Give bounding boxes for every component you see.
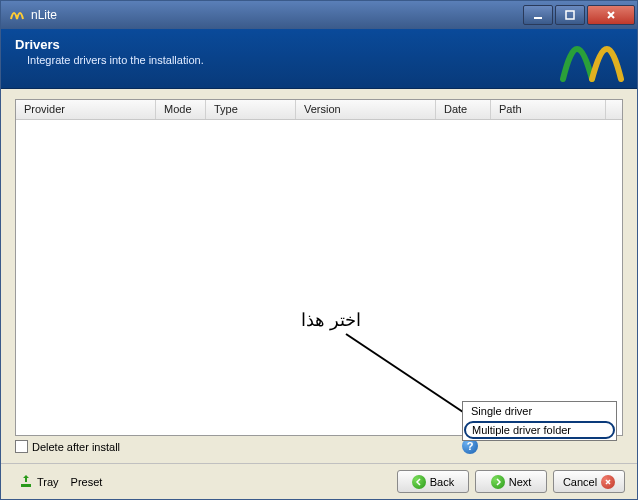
column-date[interactable]: Date [436,100,491,119]
back-arrow-icon [412,475,426,489]
svg-rect-4 [21,484,31,487]
window-controls [523,5,635,25]
minimize-button[interactable] [523,5,553,25]
column-path[interactable]: Path [491,100,606,119]
app-icon [9,7,25,23]
maximize-button[interactable] [555,5,585,25]
nlite-logo-icon [557,33,627,85]
banner-title: Drivers [15,37,623,52]
back-button[interactable]: Back [397,470,469,493]
column-type[interactable]: Type [206,100,296,119]
banner-subtitle: Integrate drivers into the installation. [27,54,623,66]
next-arrow-icon [491,475,505,489]
svg-line-2 [346,334,481,424]
cancel-x-icon [601,475,615,489]
column-headers: Provider Mode Type Version Date Path [16,100,622,120]
menu-single-driver[interactable]: Single driver [463,402,616,420]
insert-dropdown-menu: Single driver Multiple driver folder [462,401,617,441]
annotation-label: اختر هذا [301,309,361,331]
delete-after-install-label: Delete after install [32,441,120,453]
tray-label: Tray [37,476,59,488]
column-mode[interactable]: Mode [156,100,206,119]
column-provider[interactable]: Provider [16,100,156,119]
next-label: Next [509,476,532,488]
footer-bar: Tray Preset Back Next Cancel [1,463,637,499]
drivers-listview[interactable]: Provider Mode Type Version Date Path [15,99,623,436]
back-label: Back [430,476,454,488]
svg-rect-0 [534,17,542,19]
svg-rect-1 [566,11,574,19]
menu-multiple-driver-folder[interactable]: Multiple driver folder [464,421,615,439]
next-button[interactable]: Next [475,470,547,493]
preset-button[interactable]: Preset [65,473,109,491]
column-version[interactable]: Version [296,100,436,119]
cancel-button[interactable]: Cancel [553,470,625,493]
column-spacer [606,100,622,119]
cancel-label: Cancel [563,476,597,488]
tray-button[interactable]: Tray [13,471,65,493]
list-body[interactable] [16,120,622,435]
preset-label: Preset [71,476,103,488]
delete-after-install-checkbox[interactable] [15,440,28,453]
titlebar[interactable]: nLite [1,1,637,29]
app-title: nLite [31,8,523,22]
page-banner: Drivers Integrate drivers into the insta… [1,29,637,89]
close-button[interactable] [587,5,635,25]
tray-icon [19,474,33,490]
app-window: nLite Drivers Integrate drivers into the… [0,0,638,500]
